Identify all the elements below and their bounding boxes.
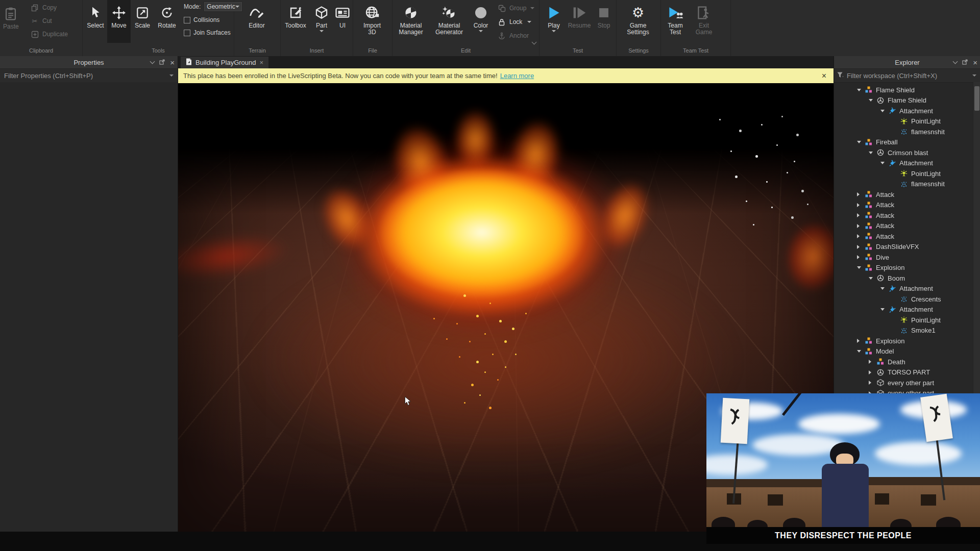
tree-item[interactable]: Crescents bbox=[834, 294, 973, 305]
tree-expand-arrow[interactable] bbox=[857, 339, 865, 343]
stop-label: Stop bbox=[598, 22, 610, 29]
tree-item[interactable]: Fireball bbox=[834, 137, 973, 148]
lock-dropdown-arrow[interactable] bbox=[527, 21, 531, 23]
part-dropdown-arrow[interactable] bbox=[320, 30, 324, 32]
tree-expand-arrow[interactable] bbox=[880, 287, 888, 290]
tree-expand-arrow[interactable] bbox=[857, 234, 865, 238]
tree-item[interactable]: Explosion bbox=[834, 263, 973, 273]
tree-item[interactable]: Flame Shield bbox=[834, 95, 973, 106]
tree-expand-arrow[interactable] bbox=[880, 308, 888, 311]
rotate-tool-button[interactable]: Rotate bbox=[154, 0, 180, 43]
material-generator-button[interactable]: Material Generator bbox=[429, 0, 469, 43]
tree-item[interactable]: Attack bbox=[834, 231, 973, 242]
properties-float-icon[interactable] bbox=[159, 58, 165, 67]
tree-expand-arrow[interactable] bbox=[857, 203, 865, 207]
play-button[interactable]: Play bbox=[542, 0, 566, 43]
game-settings-button[interactable]: ⚙ Game Settings bbox=[617, 0, 659, 43]
tree-item[interactable]: Explosion bbox=[834, 336, 973, 346]
tree-expand-arrow[interactable] bbox=[857, 89, 865, 91]
copy-button[interactable]: Copy bbox=[30, 2, 68, 13]
tree-item[interactable]: Dive bbox=[834, 252, 973, 263]
explorer-filter-input[interactable]: Filter workspace (Ctrl+Shift+X) bbox=[834, 69, 980, 83]
tree-expand-arrow[interactable] bbox=[857, 266, 865, 269]
cut-button[interactable]: ✂ Cut bbox=[30, 15, 68, 27]
stop-button[interactable]: Stop bbox=[593, 0, 615, 43]
tree-item[interactable]: Crimson blast bbox=[834, 147, 973, 158]
tree-expand-arrow[interactable] bbox=[857, 245, 865, 249]
material-manager-button[interactable]: Material Manager bbox=[393, 0, 429, 43]
tree-expand-arrow[interactable] bbox=[869, 370, 876, 374]
scale-tool-button[interactable]: Scale bbox=[131, 0, 154, 43]
tab-close-icon[interactable]: × bbox=[260, 59, 264, 66]
tree-item[interactable]: Death bbox=[834, 357, 973, 367]
color-button[interactable]: Color bbox=[469, 0, 493, 43]
play-dropdown-arrow[interactable] bbox=[552, 30, 556, 32]
properties-filter-input[interactable]: Filter Properties (Ctrl+Shift+P) bbox=[0, 69, 178, 83]
tree-item[interactable]: PointLight bbox=[834, 168, 973, 179]
tree-item[interactable]: TORSO PART bbox=[834, 367, 973, 378]
tree-item[interactable]: Attachment bbox=[834, 106, 973, 116]
tree-expand-arrow[interactable] bbox=[857, 255, 865, 259]
tree-expand-arrow[interactable] bbox=[880, 110, 888, 112]
tree-expand-arrow[interactable] bbox=[869, 360, 876, 364]
tree-expand-arrow[interactable] bbox=[857, 350, 865, 353]
tree-item[interactable]: Attachment bbox=[834, 284, 973, 294]
tree-item[interactable]: every other part bbox=[834, 378, 973, 388]
tree-item[interactable]: Attachment bbox=[834, 158, 973, 169]
tree-item[interactable]: Smoke1 bbox=[834, 325, 973, 336]
team-test-button[interactable]: Team Test bbox=[661, 0, 690, 43]
tree-item[interactable]: Boom bbox=[834, 273, 973, 284]
tree-expand-arrow[interactable] bbox=[869, 99, 876, 102]
properties-collapse-icon[interactable] bbox=[150, 59, 155, 64]
properties-panel-header[interactable]: Properties × bbox=[0, 56, 178, 69]
paste-button[interactable]: Paste bbox=[3, 1, 19, 44]
tree-expand-arrow[interactable] bbox=[857, 213, 865, 217]
tree-expand-arrow[interactable] bbox=[857, 224, 865, 228]
select-tool-button[interactable]: Select bbox=[84, 0, 107, 43]
toolbox-button[interactable]: Toolbox bbox=[281, 0, 310, 43]
explorer-filter-dropdown-arrow[interactable] bbox=[972, 74, 976, 77]
tree-expand-arrow[interactable] bbox=[857, 192, 865, 196]
tree-item[interactable]: DashSlideVFX bbox=[834, 242, 973, 253]
banner-close-icon[interactable]: × bbox=[822, 71, 826, 81]
explorer-close-icon[interactable]: × bbox=[973, 59, 977, 66]
tree-item[interactable]: flamesnshit bbox=[834, 127, 973, 137]
duplicate-button[interactable]: Duplicate bbox=[30, 29, 68, 40]
tab-building-playground[interactable]: Building PlayGround × bbox=[181, 57, 268, 68]
properties-close-icon[interactable]: × bbox=[170, 59, 175, 66]
ui-button[interactable]: UI bbox=[333, 0, 352, 43]
tree-item[interactable]: Attachment bbox=[834, 305, 973, 315]
tree-item[interactable]: Attack bbox=[834, 221, 973, 232]
tree-expand-arrow[interactable] bbox=[857, 141, 865, 143]
tree-item[interactable]: Attack bbox=[834, 200, 973, 211]
anchor-button[interactable]: Anchor bbox=[497, 30, 534, 41]
tree-item[interactable]: flamesnshit bbox=[834, 179, 973, 190]
collisions-checkbox[interactable]: Collisions bbox=[184, 16, 233, 23]
tree-expand-arrow[interactable] bbox=[869, 381, 876, 385]
tree-expand-arrow[interactable] bbox=[880, 162, 888, 164]
properties-filter-dropdown-arrow[interactable] bbox=[169, 74, 174, 77]
group-button[interactable]: Group bbox=[497, 3, 534, 14]
resume-button[interactable]: Resume bbox=[566, 0, 593, 43]
import-3d-button[interactable]: Import 3D bbox=[353, 0, 391, 43]
color-dropdown-arrow[interactable] bbox=[479, 30, 483, 32]
lock-button[interactable]: Lock bbox=[497, 16, 534, 28]
tree-expand-arrow[interactable] bbox=[869, 152, 876, 154]
tree-item[interactable]: PointLight bbox=[834, 315, 973, 325]
explorer-scrollbar-thumb[interactable] bbox=[974, 86, 979, 111]
move-tool-button[interactable]: Move bbox=[107, 0, 131, 43]
part-button[interactable]: Part bbox=[310, 0, 333, 43]
explorer-panel-header[interactable]: Explorer × bbox=[834, 56, 980, 69]
tree-item[interactable]: Attack bbox=[834, 210, 973, 221]
tree-item[interactable]: Attack bbox=[834, 189, 973, 200]
tree-expand-arrow[interactable] bbox=[869, 277, 876, 280]
terrain-editor-button[interactable]: Editor bbox=[234, 0, 279, 43]
join-surfaces-checkbox[interactable]: Join Surfaces bbox=[184, 29, 233, 36]
explorer-float-icon[interactable] bbox=[962, 58, 968, 67]
explorer-collapse-icon[interactable] bbox=[953, 59, 958, 64]
banner-learn-more-link[interactable]: Learn more bbox=[500, 72, 534, 80]
tree-item[interactable]: Model bbox=[834, 346, 973, 357]
tree-item[interactable]: Flame Shield bbox=[834, 85, 973, 95]
exit-game-button[interactable]: Exit Game bbox=[690, 0, 718, 43]
tree-item[interactable]: PointLight bbox=[834, 116, 973, 127]
